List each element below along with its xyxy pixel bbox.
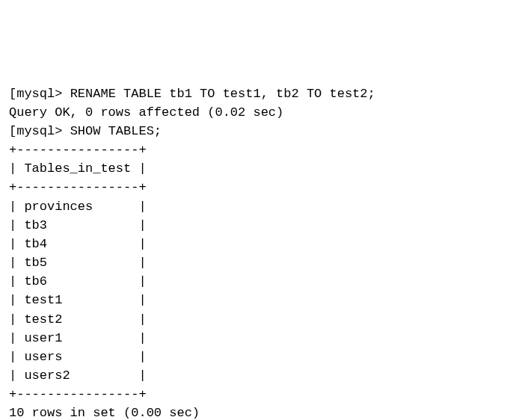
prompt-bracket: [ <box>9 87 16 101</box>
prompt-bracket: [ <box>9 124 16 138</box>
table-header-sep: +----------------+ <box>9 178 522 197</box>
table-row: | tb6 | <box>9 272 522 291</box>
table-row: | tb5 | <box>9 253 522 272</box>
table-row: | test2 | <box>9 310 522 329</box>
query-result-1: Query OK, 0 rows affected (0.02 sec) <box>9 103 522 122</box>
table-row: | test1 | <box>9 291 522 309</box>
table-row: | users2 | <box>9 366 522 385</box>
sql-command-2: SHOW TABLES; <box>70 124 162 138</box>
table-row: | users | <box>9 348 522 366</box>
table-border-top: +----------------+ <box>9 140 522 159</box>
prompt-label: mysql> <box>16 87 62 101</box>
terminal-output: [mysql> RENAME TABLE tb1 TO test1, tb2 T… <box>9 84 522 420</box>
table-row: | tb3 | <box>9 216 522 235</box>
sql-command-1: RENAME TABLE tb1 TO test1, tb2 TO test2; <box>70 87 375 101</box>
query-result-2: 10 rows in set (0.00 sec) <box>9 404 522 420</box>
table-row: | user1 | <box>9 329 522 348</box>
command-line-1: [mysql> RENAME TABLE tb1 TO test1, tb2 T… <box>9 84 522 103</box>
table-row: | provinces | <box>9 197 522 216</box>
table-border-bottom: +----------------+ <box>9 385 522 404</box>
command-line-2: [mysql> SHOW TABLES; <box>9 122 522 140</box>
prompt-label: mysql> <box>16 124 62 138</box>
table-header-row: | Tables_in_test | <box>9 159 522 178</box>
table-row: | tb4 | <box>9 235 522 253</box>
